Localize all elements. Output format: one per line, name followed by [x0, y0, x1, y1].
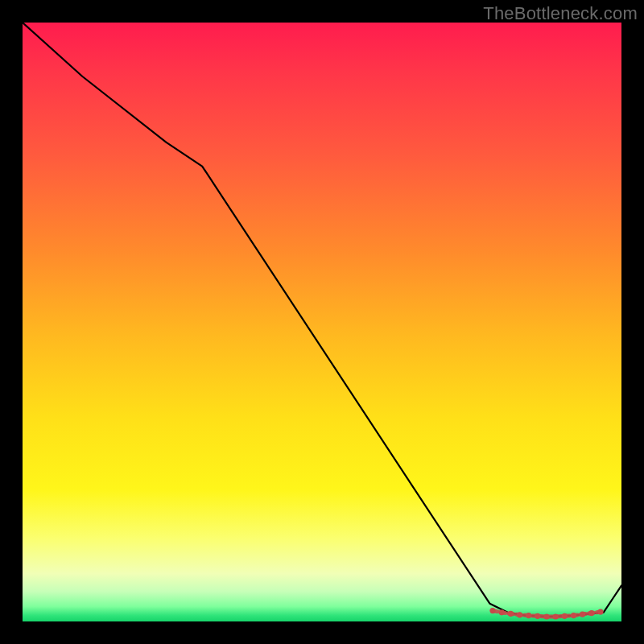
watermark-text: TheBottleneck.com — [483, 3, 638, 24]
marker-dot — [588, 610, 594, 616]
marker-dot — [535, 613, 540, 619]
marker-dot — [580, 612, 585, 617]
marker-dot — [508, 611, 514, 617]
marker-dot — [499, 609, 505, 615]
flat-segment-markers — [489, 608, 603, 620]
marker-dot — [543, 613, 549, 619]
curve-line — [23, 23, 621, 617]
chart-frame: TheBottleneck.com — [0, 0, 644, 644]
chart-overlay — [23, 23, 621, 621]
marker-dot — [517, 612, 522, 617]
marker-dot — [489, 608, 495, 613]
plot-area — [23, 23, 621, 621]
marker-dot — [553, 613, 559, 619]
marker-dot — [571, 613, 576, 618]
marker-dot — [562, 613, 568, 619]
marker-dot — [526, 613, 531, 618]
marker-dot — [597, 609, 603, 615]
